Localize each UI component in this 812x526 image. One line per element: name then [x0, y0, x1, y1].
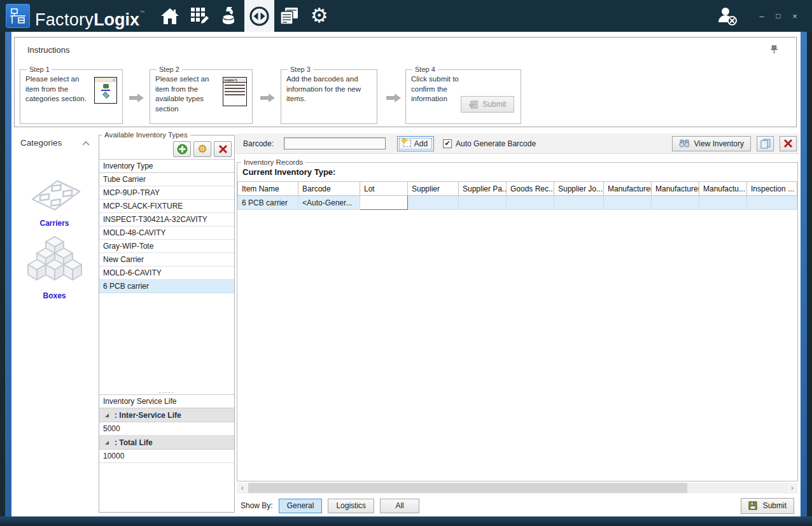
col-manufacturer2[interactable]: Manufacturer... — [652, 182, 699, 196]
service-life-group-inter[interactable]: : Inter-Service Life — [99, 408, 234, 422]
pin-icon[interactable] — [770, 45, 778, 54]
step-2-label: Step 2 — [157, 66, 182, 73]
col-item-name[interactable]: Item Name — [238, 182, 298, 196]
col-barcode[interactable]: Barcode — [298, 182, 360, 196]
arrow-right-icon — [386, 93, 402, 102]
app-title: FactoryLogix™ — [35, 0, 144, 36]
horizontal-scrollbar[interactable]: ‹ › — [237, 483, 798, 494]
category-carriers-label[interactable]: Carriers — [11, 219, 97, 228]
scroll-left-arrow[interactable]: ‹ — [237, 483, 248, 493]
cell-manufacturer2[interactable] — [652, 196, 699, 210]
col-lot[interactable]: Lot — [360, 182, 408, 196]
cell-manufacturer[interactable] — [604, 196, 652, 210]
type-list-header: Inventory Type — [99, 160, 234, 173]
barcode-input[interactable] — [284, 137, 386, 149]
step-2-text: Please select an item from the available… — [155, 74, 218, 114]
delete-type-button[interactable] — [214, 141, 232, 157]
step2-thumbnail: Available Ty — [223, 77, 247, 106]
close-button[interactable]: × — [787, 11, 803, 21]
main-nav: ⚙ — [155, 0, 334, 32]
copy-button[interactable] — [757, 136, 774, 151]
transfer-icon[interactable] — [244, 0, 274, 32]
col-supplier-jo[interactable]: Supplier Jo... — [554, 182, 604, 196]
inventory-records-table: Item Name Barcode Lot Supplier Supplier … — [237, 181, 797, 210]
col-manufacturer[interactable]: Manufacturer — [604, 182, 652, 196]
add-button[interactable]: Add — [397, 136, 434, 151]
available-types-title: Available Inventory Types — [102, 131, 190, 139]
generate-types-button[interactable]: ⚙ — [193, 141, 211, 157]
step-submit-button[interactable]: Submit — [461, 96, 514, 113]
step-3-text: Add the barcodes and information for the… — [286, 74, 369, 104]
maximize-button[interactable]: □ — [770, 11, 787, 20]
add-plus-icon — [177, 144, 188, 155]
titlebar-right: – □ × — [717, 0, 812, 32]
data-import-icon[interactable] — [214, 0, 244, 32]
instructions-title: Instructions — [27, 45, 69, 55]
type-row[interactable]: MOLD-6-CAVITY — [99, 266, 234, 280]
submit-button[interactable]: Submit — [741, 498, 794, 514]
auto-generate-checkbox[interactable]: ✔ — [443, 139, 452, 148]
cell-goods-rec[interactable] — [507, 196, 554, 210]
type-row[interactable]: INSPECT-T30421A-32CAVITY — [99, 213, 234, 226]
chevron-up-icon[interactable] — [82, 141, 90, 146]
cell-inspection[interactable] — [747, 196, 797, 210]
col-supplier[interactable]: Supplier — [408, 182, 459, 196]
type-row[interactable]: New Carrier — [99, 253, 234, 266]
cell-barcode[interactable]: <Auto-Gener... — [298, 196, 360, 210]
step-1-text: Please select an item from the categorie… — [25, 74, 89, 104]
minimize-button[interactable]: – — [753, 11, 770, 21]
step-4-label: Step 4 — [412, 66, 438, 73]
col-manufactu[interactable]: Manufactu... — [699, 182, 747, 196]
window-frame-right — [801, 32, 807, 518]
red-x-icon — [783, 139, 793, 148]
cell-supplier[interactable] — [408, 196, 459, 210]
cell-manufactu[interactable] — [699, 196, 747, 210]
reports-icon[interactable] — [274, 0, 304, 32]
add-type-button[interactable] — [173, 141, 191, 157]
boxes-stack-icon — [23, 234, 87, 287]
type-row[interactable]: Tube Carrier — [99, 173, 234, 186]
step-3-label: Step 3 — [288, 66, 313, 73]
step-4-box: Step 4 Click submit to confirm the infor… — [405, 66, 521, 124]
view-inventory-button[interactable]: View Inventory — [672, 136, 752, 151]
type-row[interactable]: MCP-SLACK-FIXTURE — [99, 200, 234, 213]
col-supplier-pa[interactable]: Supplier Pa... — [459, 182, 507, 196]
content-area: Instructions Step 1 Please select an ite… — [11, 32, 801, 516]
new-item-sparkle-icon — [403, 140, 411, 147]
category-boxes-label[interactable]: Boxes — [11, 291, 97, 300]
copy-pages-icon — [760, 139, 771, 149]
category-boxes[interactable]: Boxes — [11, 234, 97, 300]
col-goods-rec[interactable]: Goods Rec... — [507, 182, 554, 196]
service-life-header: Inventory Service Life — [99, 395, 234, 408]
inter-service-life-value[interactable]: 5000 — [99, 422, 234, 436]
settings-gear-icon[interactable]: ⚙ — [304, 0, 334, 32]
step-1-label: Step 1 — [27, 66, 52, 73]
instructions-panel: Instructions Step 1 Please select an ite… — [14, 37, 797, 127]
total-life-value[interactable]: 10000 — [99, 450, 234, 463]
type-row[interactable]: Gray-WIP-Tote — [99, 240, 234, 253]
cell-supplier-pa[interactable] — [459, 196, 507, 210]
splitter-handle[interactable]: ..... — [99, 387, 234, 395]
home-icon[interactable] — [155, 0, 185, 32]
scrollbar-thumb[interactable] — [248, 483, 687, 493]
auto-generate-label: Auto Generate Barcode — [456, 139, 536, 148]
grid-edit-icon[interactable] — [185, 0, 214, 32]
col-inspection[interactable]: Inspection ... — [747, 182, 797, 196]
cell-supplier-jo[interactable] — [554, 196, 604, 210]
cell-item-name[interactable]: 6 PCB carrier — [238, 196, 298, 210]
user-status-icon[interactable] — [717, 6, 738, 26]
show-by-logistics-button[interactable]: Logistics — [328, 499, 374, 513]
type-row-selected[interactable]: 6 PCB carrier — [99, 280, 234, 293]
clear-button[interactable] — [780, 136, 797, 151]
service-life-group-total[interactable]: : Total Life — [99, 436, 234, 450]
collapse-triangle-icon — [105, 413, 109, 417]
arrow-right-icon — [260, 93, 276, 102]
category-carriers[interactable]: Carriers — [11, 173, 97, 228]
type-row[interactable]: MCP-9UP-TRAY — [99, 186, 234, 200]
available-types-panel: Available Inventory Types ⚙ Inv — [99, 131, 235, 513]
show-by-all-button[interactable]: All — [380, 499, 419, 513]
cell-lot[interactable] — [360, 196, 408, 210]
show-by-general-button[interactable]: General — [279, 499, 323, 513]
type-row[interactable]: MOLD-48-CAVITY — [99, 226, 234, 240]
scroll-right-arrow[interactable]: › — [787, 483, 798, 493]
